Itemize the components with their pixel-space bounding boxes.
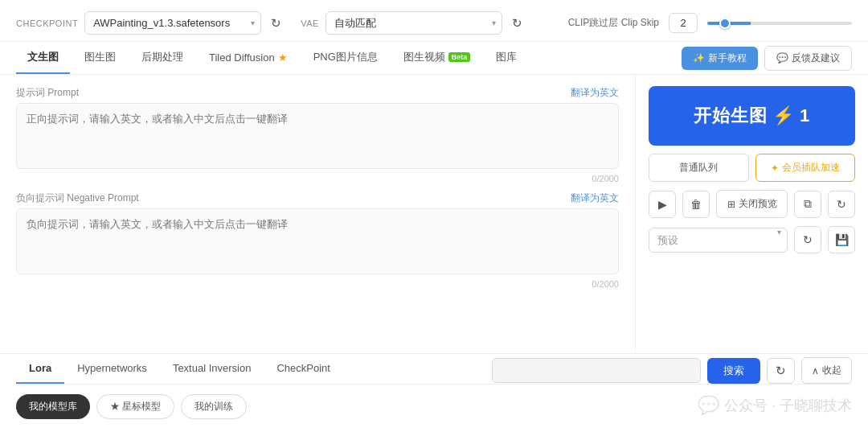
negative-char-count: 0/2000 [16, 279, 619, 289]
tab-gallery[interactable]: 图库 [485, 42, 528, 74]
positive-translate-link[interactable]: 翻译为英文 [571, 86, 619, 100]
clip-slider[interactable] [707, 22, 852, 25]
vae-select[interactable]: 自动匹配 [326, 11, 502, 35]
negative-prompt-input[interactable] [16, 208, 619, 274]
checkpoint-select-wrapper: AWPainting_v1.3.safetensors ▾ [84, 11, 261, 35]
negative-prompt-section: 负向提示词 Negative Prompt 翻译为英文 0/2000 [16, 191, 619, 289]
refresh-icon: ↻ [837, 198, 846, 211]
preset-row: 预设 ▾ ↻ 💾 [649, 226, 855, 253]
filter-my-training-button[interactable]: 我的训练 [181, 394, 247, 419]
clip-label: CLIP跳过层 Clip Skip [568, 16, 659, 30]
checkpoint-select[interactable]: AWPainting_v1.3.safetensors [84, 11, 261, 35]
filter-row: 我的模型库 ★ 星标模型 我的训练 [16, 394, 852, 419]
checkpoint-label: CHECKPOINT [16, 19, 78, 28]
chevron-up-icon: ∧ [812, 365, 819, 376]
close-preview-button[interactable]: ⊞ 关闭预览 [716, 190, 788, 218]
top-bar: CHECKPOINT AWPainting_v1.3.safetensors ▾… [0, 0, 868, 42]
clip-section: CLIP跳过层 Clip Skip 2 [568, 13, 852, 33]
positive-prompt-label: 提示词 Prompt [16, 86, 79, 100]
left-panel: 提示词 Prompt 翻译为英文 0/2000 负向提示词 Negative P… [0, 75, 635, 353]
preset-refresh-button[interactable]: ↻ [794, 226, 821, 253]
model-tab-hypernetworks[interactable]: Hypernetworks [64, 354, 160, 384]
right-panel: 开始生图 ⚡ 1 普通队列 ✦ 会员插队加速 ▶ 🗑 [635, 75, 868, 353]
model-search-button[interactable]: 搜索 [707, 358, 760, 384]
clip-value: 2 [669, 13, 698, 33]
copy-icon: ⧉ [804, 197, 812, 211]
tab-postprocess[interactable]: 后期处理 [130, 42, 194, 74]
clip-slider-wrapper [707, 22, 852, 25]
trash-button[interactable]: 🗑 [682, 191, 710, 218]
feedback-button[interactable]: 💬 反馈及建议 [764, 46, 852, 71]
positive-prompt-input[interactable] [16, 103, 619, 169]
negative-prompt-label: 负向提示词 Negative Prompt [16, 191, 139, 205]
model-search-row: 搜索 ↻ ∧ 收起 [492, 354, 852, 384]
positive-char-count: 0/2000 [16, 174, 619, 183]
model-search-input[interactable] [492, 358, 701, 383]
positive-prompt-header: 提示词 Prompt 翻译为英文 [16, 86, 619, 100]
preset-select-wrapper: 预设 ▾ [649, 228, 788, 253]
model-refresh-button[interactable]: ↻ [767, 358, 795, 384]
positive-prompt-section: 提示词 Prompt 翻译为英文 0/2000 [16, 86, 619, 183]
collapse-button[interactable]: ∧ 收起 [801, 357, 852, 384]
filter-starred-button[interactable]: ★ 星标模型 [96, 394, 174, 419]
vae-label: VAE [301, 19, 319, 28]
negative-translate-link[interactable]: 翻译为英文 [571, 191, 619, 205]
vae-section: VAE 自动匹配 ▾ ↻ [301, 11, 526, 35]
tab-tileddiffusion[interactable]: Tiled Diffusion ★ [198, 43, 299, 73]
model-tab-textualinversion[interactable]: Textual Inversion [160, 354, 264, 384]
play-button[interactable]: ▶ [649, 191, 676, 218]
queue-row: 普通队列 ✦ 会员插队加速 [649, 154, 855, 182]
preset-refresh-icon: ↻ [803, 233, 813, 246]
lightning-icon: ⚡ [772, 105, 795, 126]
preset-select[interactable]: 预设 [649, 228, 788, 253]
model-tab-lora[interactable]: Lora [16, 354, 64, 384]
model-tab-checkpoint[interactable]: CheckPoint [264, 354, 342, 384]
generate-button[interactable]: 开始生图 ⚡ 1 [649, 86, 855, 146]
nav-actions: ✨ 新手教程 💬 反馈及建议 [682, 46, 852, 71]
filter-my-models-button[interactable]: 我的模型库 [16, 394, 90, 419]
app-container: CHECKPOINT AWPainting_v1.3.safetensors ▾… [0, 0, 868, 432]
tab-imgvideo[interactable]: 图生视频 Beta [392, 42, 482, 74]
play-icon: ▶ [658, 198, 667, 211]
beta-badge: Beta [448, 52, 471, 62]
model-tabs: Lora Hypernetworks Textual Inversion Che… [16, 354, 852, 385]
checkpoint-refresh-button[interactable]: ↻ [268, 13, 285, 34]
save-icon: 💾 [835, 233, 849, 246]
copy-button[interactable]: ⧉ [794, 191, 821, 218]
grid-icon: ⊞ [727, 199, 735, 210]
vae-select-wrapper: 自动匹配 ▾ [326, 11, 502, 35]
tab-txt2img[interactable]: 文生图 [16, 42, 70, 74]
tab-pnginfo[interactable]: PNG图片信息 [302, 42, 389, 74]
tab-img2img[interactable]: 图生图 [73, 42, 127, 74]
nav-bar: 文生图 图生图 后期处理 Tiled Diffusion ★ PNG图片信息 图… [0, 42, 868, 75]
sparkle-icon: ✨ [693, 52, 705, 64]
vip-icon: ✦ [771, 163, 779, 174]
main-content: 提示词 Prompt 翻译为英文 0/2000 负向提示词 Negative P… [0, 75, 868, 353]
action-row: ▶ 🗑 ⊞ 关闭预览 ⧉ ↻ [649, 190, 855, 218]
trash-icon: 🗑 [690, 198, 702, 211]
preset-save-button[interactable]: 💾 [828, 226, 855, 253]
bottom-panel: Lora Hypernetworks Textual Inversion Che… [0, 353, 868, 432]
normal-queue-button[interactable]: 普通队列 [649, 154, 749, 182]
vip-queue-button[interactable]: ✦ 会员插队加速 [755, 154, 856, 182]
negative-prompt-header: 负向提示词 Negative Prompt 翻译为英文 [16, 191, 619, 205]
comment-icon: 💬 [776, 52, 788, 64]
checkpoint-section: CHECKPOINT AWPainting_v1.3.safetensors ▾… [16, 11, 285, 35]
vae-refresh-button[interactable]: ↻ [509, 13, 526, 34]
tutorial-button[interactable]: ✨ 新手教程 [682, 47, 758, 70]
star-icon: ★ [278, 51, 288, 64]
action-refresh-button[interactable]: ↻ [828, 191, 855, 218]
